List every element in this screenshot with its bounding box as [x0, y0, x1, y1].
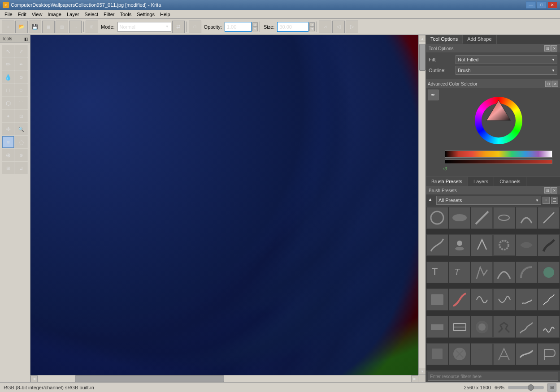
menu-file[interactable]: File	[2, 11, 15, 18]
brush-preset-36[interactable]	[538, 343, 560, 365]
next-btn[interactable]: ▷	[346, 21, 358, 33]
scroll-left-btn[interactable]: ◀	[30, 375, 38, 383]
transform-tool[interactable]: ⤢	[15, 45, 27, 57]
color-wheel-svg[interactable]	[469, 91, 528, 150]
fill-tool[interactable]: 💧	[2, 71, 14, 83]
close-button[interactable]: ✕	[547, 1, 557, 9]
size-spinner[interactable]: ▲ ▼	[309, 22, 315, 31]
canvas-area[interactable]: ▲ ▼ ◀ ▶	[30, 35, 425, 382]
scroll-right-btn[interactable]: ▶	[411, 375, 418, 383]
blur-tool[interactable]: ◌	[15, 136, 27, 148]
menu-filter[interactable]: Filter	[101, 11, 117, 18]
scroll-up-btn[interactable]: ▲	[419, 35, 425, 42]
brush-preset-21[interactable]	[471, 289, 493, 310]
new-file-button[interactable]: +	[2, 21, 14, 33]
tab-brush-presets[interactable]: Brush Presets	[426, 177, 468, 186]
panel-close-btn[interactable]: ✕	[551, 45, 557, 52]
brush-preset-8[interactable]	[449, 234, 471, 256]
bezier-tool[interactable]: ✦	[2, 110, 14, 122]
brush-filter-combo[interactable]: All Presets ▼	[436, 196, 541, 205]
brush-preset-28[interactable]	[493, 316, 515, 338]
eyedropper-color-btn[interactable]: ✒	[428, 90, 438, 100]
scroll-down-btn[interactable]: ▼	[419, 368, 425, 375]
pattern-btn[interactable]: ⊞	[86, 21, 98, 33]
brush-preset-30[interactable]	[538, 316, 560, 338]
brush-preset-13[interactable]: T	[426, 262, 448, 284]
polygon-tool[interactable]: ⬡	[2, 97, 14, 109]
brush-float-btn[interactable]: ⊡	[544, 187, 551, 194]
brush-preset-29[interactable]	[516, 316, 538, 338]
canvas-scrollbar-horizontal[interactable]: ◀ ▶	[30, 375, 418, 382]
lasso-tool[interactable]: ⌒	[15, 97, 27, 109]
tool2-button[interactable]: ▨	[56, 21, 68, 33]
brush-preset-20[interactable]	[449, 289, 471, 310]
fullscreen-btn[interactable]: ⊞	[547, 383, 556, 392]
size-up[interactable]: ▲	[309, 22, 315, 27]
brush-preset-11[interactable]	[516, 234, 538, 256]
brush-preset-3[interactable]	[471, 207, 493, 229]
save-file-button[interactable]: 💾	[29, 21, 41, 33]
clone-tool[interactable]: ⊕	[2, 149, 14, 161]
brush-preset-12[interactable]	[538, 234, 560, 256]
brush-preset-16[interactable]	[493, 262, 515, 284]
brush-preset-23[interactable]	[516, 289, 538, 310]
minimize-button[interactable]: —	[526, 1, 536, 9]
brush-preset-17[interactable]	[516, 262, 538, 284]
color-float-btn[interactable]: ⊡	[545, 81, 551, 87]
brush-preset-34[interactable]	[493, 343, 515, 365]
opacity-input[interactable]: 1.00	[225, 22, 252, 32]
brush-preset-10[interactable]	[493, 234, 515, 256]
maximize-button[interactable]: □	[537, 1, 547, 9]
brush-preset-18[interactable]	[538, 262, 560, 284]
tab-tool-options[interactable]: Tool Options	[426, 35, 463, 44]
tab-add-shape[interactable]: Add Shape	[463, 35, 496, 44]
brush-preset-5[interactable]	[516, 207, 538, 229]
color-refresh-btn[interactable]: ↺	[441, 165, 449, 173]
panel-float-btn[interactable]: ⊡	[544, 45, 551, 52]
eyedropper-tool[interactable]: ⊙	[15, 71, 27, 83]
brush-preset-33[interactable]	[471, 343, 493, 365]
export-button[interactable]: →	[69, 21, 82, 33]
swap-btn[interactable]: ⇄	[172, 21, 185, 33]
brush-search-bar[interactable]: Enter resource filters here	[428, 372, 558, 381]
brush-preset-25[interactable]	[426, 316, 448, 338]
color-value-bar[interactable]	[445, 159, 552, 164]
measure-tool[interactable]: ⊿	[15, 162, 27, 174]
brush-nav-up[interactable]: ▲	[428, 197, 435, 204]
open-file-button[interactable]: 📂	[15, 21, 28, 33]
select-tool[interactable]: ↖	[2, 45, 14, 57]
color-hue-bar[interactable]	[445, 151, 552, 158]
opacity-spinner[interactable]: ▲ ▼	[252, 22, 258, 31]
colorize-tool[interactable]: ⊛	[15, 149, 27, 161]
rect-tool[interactable]: □	[2, 84, 14, 96]
zoom-thumb[interactable]	[528, 384, 534, 391]
grid-tool[interactable]: ⊞	[2, 162, 14, 174]
opacity-down[interactable]: ▼	[252, 27, 258, 31]
menu-edit[interactable]: Edit	[15, 11, 29, 18]
smudge-tool[interactable]: ≋	[2, 136, 14, 148]
menu-view[interactable]: View	[29, 11, 45, 18]
outline-dropdown[interactable]: Brush ▼	[456, 66, 557, 75]
color-close-btn[interactable]: ✕	[552, 81, 558, 87]
pressure-btn[interactable]: ⊿	[319, 21, 331, 33]
move-tool[interactable]: ✛	[2, 123, 14, 135]
tab-layers[interactable]: Layers	[468, 177, 494, 186]
brush-preset-4[interactable]	[493, 207, 515, 229]
brush-preset-31[interactable]	[426, 343, 448, 365]
blend-mode-combo[interactable]: Normal ▼	[117, 22, 171, 32]
menu-select[interactable]: Select	[82, 11, 101, 18]
brush-preset-32[interactable]	[449, 343, 471, 365]
fill-dropdown[interactable]: Not Filled ▼	[456, 55, 557, 64]
calligraphy-tool[interactable]: ✒	[15, 58, 27, 70]
prev-btn[interactable]: ◁	[332, 21, 345, 33]
zoom-slider[interactable]	[508, 386, 544, 389]
ellipse-tool[interactable]: ○	[15, 84, 27, 96]
size-input[interactable]: 30.00	[277, 22, 308, 32]
brush-preset-26[interactable]	[449, 316, 471, 338]
brush-preset-22[interactable]	[493, 289, 515, 310]
brush-close-btn[interactable]: ✕	[551, 187, 557, 194]
canvas-scrollbar-vertical[interactable]: ▲ ▼	[418, 35, 425, 375]
scroll-thumb-vertical[interactable]	[419, 44, 425, 71]
zoom-tool[interactable]: 🔍	[15, 123, 27, 135]
opacity-up[interactable]: ▲	[252, 22, 258, 27]
